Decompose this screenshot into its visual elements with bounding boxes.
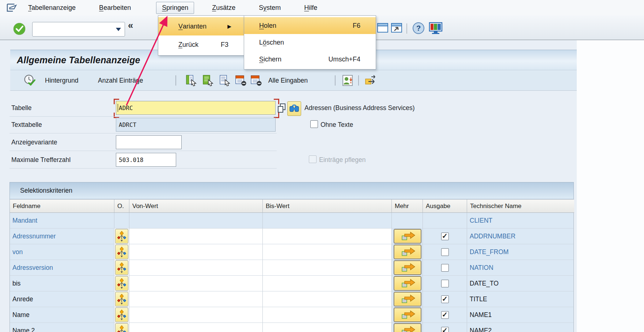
eintraege-pflegen-checkbox [309, 155, 317, 163]
selection-options-button[interactable] [115, 308, 128, 322]
output-checkbox[interactable] [441, 233, 449, 240]
texttabelle-label: Texttabelle [11, 121, 42, 129]
menubar-item-bearbeiten[interactable]: Bearbeiten [94, 2, 136, 14]
menubar-item-hilfe[interactable]: Hilfe [299, 2, 323, 14]
row-fieldname: bis [10, 280, 20, 287]
focus-bracket [114, 99, 119, 104]
von-wert-field[interactable] [129, 260, 263, 275]
anzahl-eintraege-button[interactable]: Anzahl Einträge [98, 76, 143, 84]
anzeigevariante-field[interactable] [116, 135, 182, 149]
value-help-button[interactable] [287, 101, 301, 116]
deselect-icon[interactable] [234, 75, 247, 86]
system-menu-icon[interactable] [6, 3, 18, 12]
combo-dropdown-icon[interactable] [116, 28, 121, 31]
von-wert-field[interactable] [129, 323, 263, 332]
selection-table-header: FeldnameO.Von-WertBis-WertMehrAusgabeTec… [10, 199, 574, 213]
copy-icon[interactable] [277, 103, 287, 113]
von-wert-field[interactable] [129, 244, 263, 260]
menubar-item-springen[interactable]: Springen [156, 2, 194, 14]
tabelle-field[interactable]: ADRC [116, 101, 276, 115]
bis-wert-field[interactable] [263, 291, 392, 307]
bis-wert-field[interactable] [263, 244, 392, 260]
menubar-item-system[interactable]: System [253, 2, 286, 14]
multiple-selection-button[interactable] [394, 261, 421, 275]
choose-fields-icon[interactable] [185, 75, 197, 86]
maximale-trefferzahl-field[interactable]: 503.018 [116, 153, 176, 167]
row-technical-name: NAME1 [467, 311, 492, 319]
multiple-selection-button[interactable] [394, 308, 421, 322]
row-fieldname: Adressnummer [10, 233, 56, 240]
row-technical-name: DATE_FROM [467, 248, 509, 256]
multiple-selection-button[interactable] [394, 324, 421, 332]
column-header-mehr: Mehr [392, 199, 423, 213]
output-checkbox[interactable] [441, 280, 449, 287]
bis-wert-field[interactable] [263, 276, 392, 291]
menubar-item-tabellenanzeige[interactable]: Tabellenanzeige [23, 2, 81, 14]
row-technical-name: ADDRNUMBER [467, 233, 515, 240]
hintergrund-button[interactable]: Hintergrund [45, 76, 78, 84]
choose-all-icon[interactable] [202, 75, 214, 86]
alle-eingaben-button[interactable]: Alle Eingaben [268, 76, 308, 84]
table-row: Adressnummer ADDRNUMBER [10, 229, 573, 244]
output-checkbox[interactable] [441, 327, 449, 332]
bis-wert-field[interactable] [263, 323, 392, 332]
selection-options-button[interactable] [115, 260, 128, 275]
multiple-selection-arrow-icon [399, 263, 416, 272]
output-checkbox[interactable] [441, 248, 449, 256]
von-wert-field[interactable] [129, 229, 263, 244]
row-divider [10, 116, 277, 117]
submenu-item-sichern[interactable]: SichernUmsch+F4 [244, 51, 376, 68]
bis-wert-field[interactable] [263, 229, 392, 244]
toolbar-divider [406, 23, 407, 34]
submenu-item-l-schen[interactable]: Löschen [244, 34, 376, 51]
menubar-item-zus-tze[interactable]: Zusätze [207, 2, 241, 14]
customize-layout-icon[interactable] [428, 22, 443, 34]
selection-options-icon [117, 325, 126, 332]
multiple-selection-arrow-icon [399, 231, 416, 241]
multiple-selection-button[interactable] [394, 229, 421, 243]
output-checkbox[interactable] [441, 295, 449, 303]
multiple-selection-arrow-icon [399, 310, 416, 320]
right-margin [577, 40, 644, 332]
deselect-all-icon[interactable] [250, 75, 263, 86]
table-row: Name NAME1 [10, 307, 573, 323]
selection-options-button[interactable] [115, 229, 128, 244]
selection-options-button[interactable] [115, 323, 128, 332]
output-checkbox[interactable] [441, 311, 449, 319]
column-header-von-wert: Von-Wert [129, 199, 263, 213]
selection-options-icon [117, 262, 126, 273]
bis-wert-field[interactable] [263, 307, 392, 322]
table-description: Adressen (Business Address Services) [304, 104, 415, 112]
menu-item-varianten[interactable]: Varianten▶ [158, 17, 244, 35]
collapse-icon[interactable]: « [128, 20, 133, 31]
user-entries-icon[interactable] [341, 74, 354, 87]
column-header-ausgabe: Ausgabe [423, 199, 467, 213]
exit-icon[interactable] [364, 75, 377, 86]
ohne-texte-checkbox[interactable] [310, 120, 318, 128]
apptoolbar-divider [358, 75, 359, 86]
output-checkbox[interactable] [441, 264, 449, 272]
selection-options-button[interactable] [115, 276, 128, 291]
menu-item-zur-ck[interactable]: ZurückF3 [158, 35, 244, 54]
create-shortcut-icon[interactable] [390, 22, 404, 34]
selection-table-body: MandantCLIENTAdressnummer ADDRNUMBERvon [10, 213, 574, 332]
bis-wert-field[interactable] [263, 260, 392, 275]
new-session-icon[interactable] [376, 22, 390, 34]
multiple-selection-button[interactable] [394, 276, 421, 290]
multiple-selection-button[interactable] [394, 292, 421, 306]
von-wert-field[interactable] [129, 307, 263, 322]
von-wert-field[interactable] [129, 276, 263, 291]
command-field[interactable] [32, 22, 125, 37]
text-cursor [118, 104, 118, 112]
enter-button[interactable] [13, 23, 26, 35]
execute-clock-icon[interactable] [23, 74, 36, 87]
submenu-item-holen[interactable]: HolenF6 [244, 17, 376, 34]
multiple-selection-button[interactable] [394, 245, 421, 259]
selection-options-button[interactable] [115, 245, 128, 259]
selection-options-button[interactable] [115, 292, 128, 306]
help-icon[interactable]: ? [412, 22, 425, 34]
select-fields-icon[interactable] [219, 75, 231, 86]
row-fieldname: Mandant [10, 217, 37, 225]
row-divider [10, 168, 277, 169]
von-wert-field[interactable] [129, 291, 263, 307]
